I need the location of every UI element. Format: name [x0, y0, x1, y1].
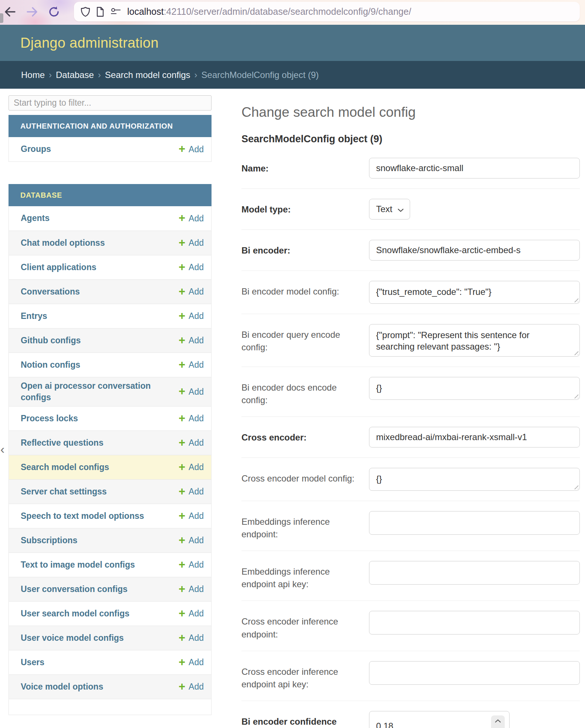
url-bar[interactable]: localhost:42110/server/admin/database/se… [74, 2, 580, 21]
reload-icon[interactable] [48, 6, 60, 18]
add-link-open-ai-processor-conversation-configs[interactable]: +Add [179, 387, 204, 397]
sidebar-item-text-to-image-model-configs[interactable]: Text to image model configs [21, 559, 135, 571]
nav-section-title-database[interactable]: DATABASE [9, 184, 212, 206]
resize-grip-icon[interactable] [573, 393, 578, 398]
sidebar-item-reflective-questions[interactable]: Reflective questions [21, 437, 104, 449]
select-value: Text [376, 204, 392, 214]
sidebar-item-search-model-configs[interactable]: Search model configs [21, 462, 109, 473]
add-link-speech-to-text-model-optionss[interactable]: +Add [179, 511, 204, 521]
add-link-agents[interactable]: +Add [179, 213, 204, 224]
form-row-bi-encoder: Bi encoder:Snowflake/snowflake-arctic-em… [241, 230, 580, 271]
breadcrumb-link-search-model-configs[interactable]: Search model configs [105, 70, 190, 80]
input-value: snowflake-arctic-small [376, 163, 463, 173]
add-link-github-configs[interactable]: +Add [179, 336, 204, 346]
field-control: {"trust_remote_code": "True"} [369, 281, 580, 304]
plus-icon: + [179, 608, 185, 619]
add-link-notion-configs[interactable]: +Add [179, 360, 204, 370]
add-link-user-search-model-configs[interactable]: +Add [179, 609, 204, 619]
field-control: mixedbread-ai/mxbai-rerank-xsmall-v1 [369, 427, 580, 448]
sidebar-item-row: Reflective questions+Add [9, 431, 211, 455]
site-title[interactable]: Django administration [20, 35, 159, 51]
sidebar-item-user-search-model-configs[interactable]: User search model configs [21, 608, 129, 619]
input-embeddings-inference-endpoint-api-key[interactable] [369, 561, 580, 585]
nav-section-title-authentication-and-authorization[interactable]: AUTHENTICATION AND AUTHORIZATION [9, 115, 212, 137]
textarea-bi-encoder-model-config[interactable]: {"trust_remote_code": "True"} [369, 281, 580, 304]
url-path: :42110/server/admin/database/searchmodel… [164, 6, 411, 17]
sidebar-filter-input[interactable] [9, 95, 212, 110]
add-link-chat-model-optionss[interactable]: +Add [179, 238, 204, 248]
resize-grip-icon[interactable] [573, 297, 578, 302]
input-name[interactable]: snowflake-arctic-small [369, 158, 580, 178]
add-label: Add [189, 657, 204, 667]
plus-icon: + [179, 385, 185, 397]
input-cross-encoder-inference-endpoint[interactable] [369, 611, 580, 635]
add-link-text-to-image-model-configs[interactable]: +Add [179, 560, 204, 570]
number-stepper[interactable] [491, 715, 505, 728]
permissions-icon[interactable] [110, 7, 121, 16]
add-link-groups[interactable]: +Add [179, 144, 204, 154]
field-label-embeddings-inference-endpoint-api-key: Embeddings inference endpoint api key: [241, 561, 369, 591]
field-control [369, 561, 580, 591]
nav-sidebar: AUTHENTICATION AND AUTHORIZATIONGroups+A… [9, 89, 212, 728]
sidebar-item-user-voice-model-configs[interactable]: User voice model configs [21, 632, 124, 644]
page-icon[interactable] [96, 7, 104, 17]
input-bi-encoder[interactable]: Snowflake/snowflake-arctic-embed-s [369, 240, 580, 261]
sidebar-item-process-locks[interactable]: Process locks [21, 413, 78, 424]
sidebar-item-entrys[interactable]: Entrys [21, 310, 47, 322]
add-link-users[interactable]: +Add [179, 657, 204, 668]
sidebar-item-github-configs[interactable]: Github configs [21, 335, 81, 346]
field-label-cross-encoder: Cross encoder: [241, 427, 369, 448]
field-control: Text [369, 199, 580, 220]
sidebar-item-groups[interactable]: Groups [21, 143, 51, 155]
sidebar-item-client-applications[interactable]: Client applications [21, 262, 96, 273]
sidebar-item-subscriptions[interactable]: Subscriptions [21, 535, 77, 546]
add-link-search-model-configs[interactable]: +Add [179, 462, 204, 473]
number-input-bi-encoder-confidence-threshold[interactable]: 0.18 [369, 711, 510, 728]
stepper-up-icon[interactable] [495, 715, 501, 725]
sidebar-item-users[interactable]: Users [21, 657, 44, 668]
add-link-conversations[interactable]: +Add [179, 287, 204, 297]
form-row-bi-encoder-query-encode-config: Bi encoder query encode config:{"prompt"… [241, 314, 580, 367]
add-link-process-locks[interactable]: +Add [179, 414, 204, 424]
textarea-bi-encoder-docs-encode-config[interactable]: {} [369, 377, 580, 400]
add-label: Add [189, 511, 204, 521]
sidebar-item-speech-to-text-model-optionss[interactable]: Speech to text model optionss [21, 510, 144, 522]
field-control [369, 611, 580, 640]
breadcrumb-link-home[interactable]: Home [21, 70, 45, 80]
plus-icon: + [179, 461, 185, 473]
object-title: SearchModelConfig object (9) [241, 133, 580, 145]
textarea-bi-encoder-query-encode-config[interactable]: {"prompt": "Represent this sentence for … [369, 324, 580, 357]
sidebar-item-agents[interactable]: Agents [21, 212, 50, 224]
sidebar-item-server-chat-settingss[interactable]: Server chat settingss [21, 486, 107, 497]
sidebar-item-voice-model-options[interactable]: Voice model options [21, 681, 103, 693]
add-link-user-conversation-configs[interactable]: +Add [179, 584, 204, 595]
breadcrumb-link-database[interactable]: Database [56, 70, 94, 80]
add-link-client-applications[interactable]: +Add [179, 262, 204, 273]
sidebar-collapse-toggle[interactable]: ‹ [0, 443, 4, 455]
resize-grip-icon[interactable] [573, 350, 578, 355]
add-label: Add [189, 360, 204, 370]
forward-icon[interactable] [26, 6, 38, 17]
sidebar-item-open-ai-processor-conversation-configs[interactable]: Open ai processor conversation configs [21, 380, 154, 403]
sidebar-item-user-conversation-configs[interactable]: User conversation configs [21, 584, 128, 595]
add-link-server-chat-settingss[interactable]: +Add [179, 487, 204, 497]
shield-icon[interactable] [81, 7, 90, 17]
input-cross-encoder-inference-endpoint-api-key[interactable] [369, 661, 580, 685]
add-label: Add [189, 414, 204, 423]
textarea-cross-encoder-model-config[interactable]: {} [369, 468, 580, 491]
add-link-user-voice-model-configs[interactable]: +Add [179, 633, 204, 643]
back-icon[interactable] [4, 6, 16, 17]
add-link-voice-model-options[interactable]: +Add [179, 682, 204, 692]
add-link-subscriptions[interactable]: +Add [179, 535, 204, 546]
resize-grip-icon[interactable] [573, 484, 578, 489]
sidebar-item-row: Process locks+Add [9, 406, 211, 431]
sidebar-item-conversations[interactable]: Conversations [21, 286, 80, 297]
add-link-entrys[interactable]: +Add [179, 311, 204, 322]
input-cross-encoder[interactable]: mixedbread-ai/mxbai-rerank-xsmall-v1 [369, 427, 580, 448]
select-model-type[interactable]: Text [369, 199, 410, 220]
input-embeddings-inference-endpoint[interactable] [369, 511, 580, 535]
input-value: mixedbread-ai/mxbai-rerank-xsmall-v1 [376, 432, 527, 442]
sidebar-item-notion-configs[interactable]: Notion configs [21, 359, 80, 371]
sidebar-item-chat-model-optionss[interactable]: Chat model optionss [21, 237, 105, 249]
add-link-reflective-questions[interactable]: +Add [179, 438, 204, 448]
